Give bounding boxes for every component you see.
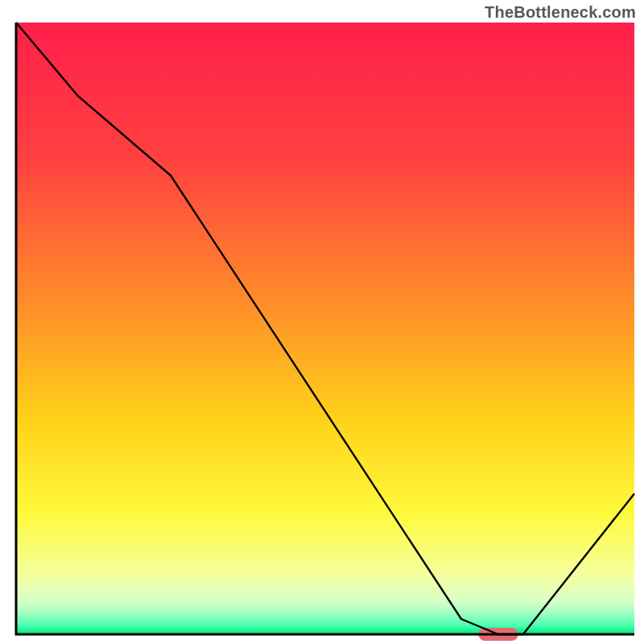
chart-svg [0, 0, 644, 644]
chart-background [16, 23, 634, 634]
